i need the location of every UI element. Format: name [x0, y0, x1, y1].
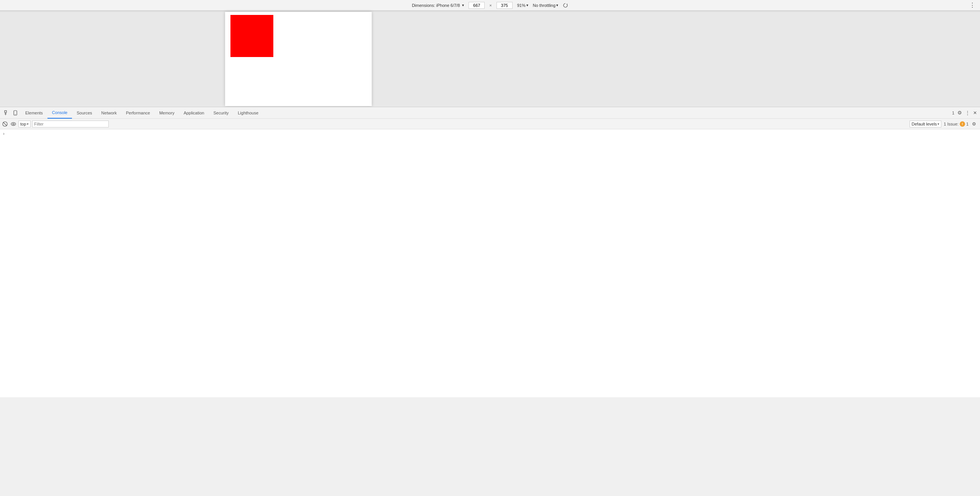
viewport-area: 移动端 [0, 12, 980, 107]
tab-lighthouse[interactable]: Lighthouse [233, 107, 263, 119]
tab-console[interactable]: Console [47, 107, 72, 119]
clear-console-icon[interactable] [2, 121, 8, 127]
tab-security[interactable]: Security [209, 107, 233, 119]
dimensions-dropdown-icon[interactable]: ▾ [462, 3, 464, 7]
svg-point-8 [13, 123, 14, 125]
tab-network[interactable]: Network [97, 107, 121, 119]
default-levels-selector[interactable]: Default levels ▾ [910, 121, 941, 127]
phone-frame [225, 12, 372, 106]
context-chevron-icon: ▾ [27, 122, 29, 126]
dimensions-text: Dimensions: iPhone 6/7/8 [412, 3, 460, 8]
console-filter-input[interactable] [32, 121, 109, 127]
console-toolbar-right: Default levels ▾ 1 Issue: ! 1 ⚙ [910, 121, 980, 127]
console-settings-icon[interactable]: ⚙ [971, 121, 977, 127]
inspect-element-icon[interactable] [3, 109, 11, 117]
close-devtools-icon[interactable]: ✕ [973, 110, 977, 116]
svg-rect-0 [5, 111, 7, 113]
tab-sources[interactable]: Sources [72, 107, 96, 119]
issues-count-badge: 1 [952, 111, 954, 115]
zoom-dropdown-icon[interactable]: ▾ [526, 3, 528, 7]
red-box [230, 15, 273, 57]
height-input[interactable] [497, 2, 513, 9]
devtools-panel: Elements Console Sources Network Perform… [0, 107, 980, 397]
refresh-icon[interactable] [563, 3, 568, 8]
throttle-value: No throttling [533, 3, 555, 8]
more-options-icon[interactable]: ⋮ [969, 2, 975, 9]
settings-icon[interactable]: ⚙ [957, 110, 962, 116]
devtools-top-toolbar: Dimensions: iPhone 6/7/8 ▾ × 91% ▾ No th… [0, 0, 980, 11]
svg-line-6 [3, 122, 7, 126]
issues-count: 1 [966, 122, 969, 126]
console-content: › [0, 129, 980, 397]
zoom-select-area[interactable]: 91% ▾ [517, 3, 528, 8]
device-toggle-icon[interactable] [11, 109, 19, 117]
throttle-dropdown-icon[interactable]: ▾ [556, 3, 558, 7]
devtools-tabs-bar: Elements Console Sources Network Perform… [0, 107, 980, 119]
issues-badge: 1 Issue: ! 1 [944, 121, 969, 127]
devtools-tabs-right: 1 ⚙ ⋮ ✕ [952, 110, 977, 116]
more-tabs-icon[interactable]: ⋮ [965, 110, 970, 116]
prompt-chevron: › [3, 131, 5, 136]
tab-application[interactable]: Application [179, 107, 209, 119]
tab-performance[interactable]: Performance [121, 107, 155, 119]
issues-warning-icon: ! [960, 121, 965, 127]
zoom-value: 91% [517, 3, 526, 8]
svg-point-7 [11, 122, 16, 126]
default-levels-chevron-icon: ▾ [938, 122, 939, 126]
width-input[interactable] [469, 2, 485, 9]
dimensions-label: Dimensions: iPhone 6/7/8 ▾ [412, 3, 464, 8]
default-levels-value: Default levels [911, 122, 937, 126]
throttle-select-area[interactable]: No throttling ▾ [533, 3, 558, 8]
context-value: top [20, 122, 26, 126]
tab-memory[interactable]: Memory [155, 107, 179, 119]
context-selector[interactable]: top ▾ [18, 121, 31, 127]
x-separator: × [489, 3, 492, 8]
console-prompt-row[interactable]: › [3, 130, 977, 137]
svg-point-4 [15, 114, 16, 115]
console-toolbar: top ▾ Default levels ▾ 1 Issue: ! 1 ⚙ [0, 119, 980, 129]
tab-elements[interactable]: Elements [21, 107, 47, 119]
eye-icon[interactable] [10, 121, 17, 127]
